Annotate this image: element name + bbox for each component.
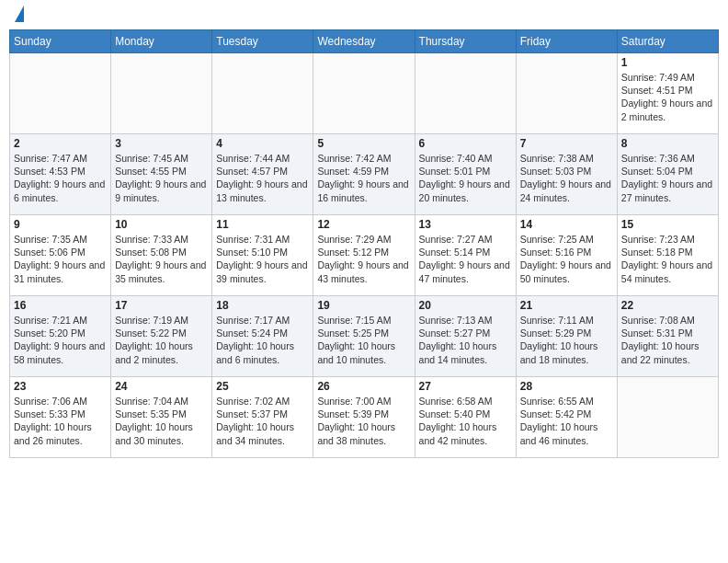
calendar-week-2: 2Sunrise: 7:47 AM Sunset: 4:53 PM Daylig… (10, 134, 719, 215)
calendar-cell: 18Sunrise: 7:17 AM Sunset: 5:24 PM Dayli… (212, 296, 313, 377)
day-detail-text: Sunrise: 7:49 AM Sunset: 4:51 PM Dayligh… (621, 72, 712, 122)
calendar-week-5: 23Sunrise: 7:06 AM Sunset: 5:33 PM Dayli… (10, 377, 719, 458)
day-number: 13 (419, 218, 512, 231)
logo-triangle-icon (15, 6, 24, 22)
calendar-cell: 15Sunrise: 7:23 AM Sunset: 5:18 PM Dayli… (617, 215, 718, 296)
col-header-friday: Friday (516, 30, 617, 53)
day-detail-text: Sunrise: 7:17 AM Sunset: 5:24 PM Dayligh… (216, 315, 294, 365)
calendar-cell: 25Sunrise: 7:02 AM Sunset: 5:37 PM Dayli… (212, 377, 313, 458)
calendar-cell (313, 53, 415, 134)
calendar-cell: 12Sunrise: 7:29 AM Sunset: 5:12 PM Dayli… (313, 215, 415, 296)
calendar-cell (10, 53, 111, 134)
day-number: 9 (14, 218, 107, 231)
day-number: 14 (520, 218, 613, 231)
page-header (9, 9, 719, 22)
col-header-saturday: Saturday (617, 30, 718, 53)
calendar-cell: 14Sunrise: 7:25 AM Sunset: 5:16 PM Dayli… (516, 215, 617, 296)
day-number: 22 (621, 299, 714, 312)
calendar-header-row: SundayMondayTuesdayWednesdayThursdayFrid… (10, 30, 719, 53)
day-detail-text: Sunrise: 7:35 AM Sunset: 5:06 PM Dayligh… (14, 234, 105, 284)
day-number: 8 (621, 137, 714, 150)
day-detail-text: Sunrise: 7:00 AM Sunset: 5:39 PM Dayligh… (317, 396, 395, 446)
calendar-table: SundayMondayTuesdayWednesdayThursdayFrid… (9, 29, 719, 458)
day-number: 26 (317, 380, 410, 393)
day-number: 6 (419, 137, 512, 150)
calendar-cell: 23Sunrise: 7:06 AM Sunset: 5:33 PM Dayli… (10, 377, 111, 458)
calendar-cell: 3Sunrise: 7:45 AM Sunset: 4:55 PM Daylig… (111, 134, 212, 215)
day-detail-text: Sunrise: 7:33 AM Sunset: 5:08 PM Dayligh… (115, 234, 206, 284)
day-detail-text: Sunrise: 7:04 AM Sunset: 5:35 PM Dayligh… (115, 396, 193, 446)
calendar-cell (617, 377, 718, 458)
day-number: 15 (621, 218, 714, 231)
calendar-cell (516, 53, 617, 134)
calendar-cell: 2Sunrise: 7:47 AM Sunset: 4:53 PM Daylig… (10, 134, 111, 215)
calendar-cell (212, 53, 313, 134)
calendar-cell (415, 53, 516, 134)
day-detail-text: Sunrise: 7:19 AM Sunset: 5:22 PM Dayligh… (115, 315, 193, 365)
day-number: 27 (419, 380, 512, 393)
calendar-cell: 22Sunrise: 7:08 AM Sunset: 5:31 PM Dayli… (617, 296, 718, 377)
calendar-cell: 16Sunrise: 7:21 AM Sunset: 5:20 PM Dayli… (10, 296, 111, 377)
calendar-cell: 9Sunrise: 7:35 AM Sunset: 5:06 PM Daylig… (10, 215, 111, 296)
day-detail-text: Sunrise: 7:47 AM Sunset: 4:53 PM Dayligh… (14, 153, 105, 203)
day-number: 1 (621, 56, 714, 69)
day-detail-text: Sunrise: 7:08 AM Sunset: 5:31 PM Dayligh… (621, 315, 700, 365)
day-detail-text: Sunrise: 7:15 AM Sunset: 5:25 PM Dayligh… (317, 315, 395, 365)
day-detail-text: Sunrise: 7:38 AM Sunset: 5:03 PM Dayligh… (520, 153, 611, 203)
day-detail-text: Sunrise: 7:06 AM Sunset: 5:33 PM Dayligh… (14, 396, 92, 446)
day-detail-text: Sunrise: 7:23 AM Sunset: 5:18 PM Dayligh… (621, 234, 712, 284)
day-number: 11 (216, 218, 309, 231)
day-number: 19 (317, 299, 410, 312)
day-detail-text: Sunrise: 6:58 AM Sunset: 5:40 PM Dayligh… (419, 396, 497, 446)
day-detail-text: Sunrise: 7:31 AM Sunset: 5:10 PM Dayligh… (216, 234, 307, 284)
day-number: 10 (115, 218, 208, 231)
calendar-cell: 10Sunrise: 7:33 AM Sunset: 5:08 PM Dayli… (111, 215, 212, 296)
calendar-cell: 8Sunrise: 7:36 AM Sunset: 5:04 PM Daylig… (617, 134, 718, 215)
day-number: 25 (216, 380, 309, 393)
calendar-cell: 17Sunrise: 7:19 AM Sunset: 5:22 PM Dayli… (111, 296, 212, 377)
day-detail-text: Sunrise: 6:55 AM Sunset: 5:42 PM Dayligh… (520, 396, 598, 446)
calendar-cell: 28Sunrise: 6:55 AM Sunset: 5:42 PM Dayli… (516, 377, 617, 458)
day-detail-text: Sunrise: 7:02 AM Sunset: 5:37 PM Dayligh… (216, 396, 294, 446)
day-number: 21 (520, 299, 613, 312)
calendar-cell: 19Sunrise: 7:15 AM Sunset: 5:25 PM Dayli… (313, 296, 415, 377)
logo (13, 9, 24, 22)
day-number: 7 (520, 137, 613, 150)
calendar-week-3: 9Sunrise: 7:35 AM Sunset: 5:06 PM Daylig… (10, 215, 719, 296)
day-detail-text: Sunrise: 7:36 AM Sunset: 5:04 PM Dayligh… (621, 153, 712, 203)
day-number: 4 (216, 137, 309, 150)
day-detail-text: Sunrise: 7:13 AM Sunset: 5:27 PM Dayligh… (419, 315, 497, 365)
day-detail-text: Sunrise: 7:21 AM Sunset: 5:20 PM Dayligh… (14, 315, 105, 365)
logo-text (13, 9, 24, 22)
calendar-cell: 27Sunrise: 6:58 AM Sunset: 5:40 PM Dayli… (415, 377, 516, 458)
day-number: 20 (419, 299, 512, 312)
day-detail-text: Sunrise: 7:45 AM Sunset: 4:55 PM Dayligh… (115, 153, 206, 203)
day-number: 3 (115, 137, 208, 150)
col-header-tuesday: Tuesday (212, 30, 313, 53)
day-detail-text: Sunrise: 7:27 AM Sunset: 5:14 PM Dayligh… (419, 234, 510, 284)
col-header-sunday: Sunday (10, 30, 111, 53)
calendar-cell: 21Sunrise: 7:11 AM Sunset: 5:29 PM Dayli… (516, 296, 617, 377)
col-header-wednesday: Wednesday (313, 30, 415, 53)
day-detail-text: Sunrise: 7:40 AM Sunset: 5:01 PM Dayligh… (419, 153, 510, 203)
day-detail-text: Sunrise: 7:25 AM Sunset: 5:16 PM Dayligh… (520, 234, 611, 284)
day-number: 5 (317, 137, 410, 150)
calendar-cell: 20Sunrise: 7:13 AM Sunset: 5:27 PM Dayli… (415, 296, 516, 377)
calendar-cell: 24Sunrise: 7:04 AM Sunset: 5:35 PM Dayli… (111, 377, 212, 458)
day-detail-text: Sunrise: 7:11 AM Sunset: 5:29 PM Dayligh… (520, 315, 598, 365)
day-number: 23 (14, 380, 107, 393)
day-number: 16 (14, 299, 107, 312)
day-number: 18 (216, 299, 309, 312)
calendar-cell: 26Sunrise: 7:00 AM Sunset: 5:39 PM Dayli… (313, 377, 415, 458)
day-number: 17 (115, 299, 208, 312)
day-detail-text: Sunrise: 7:42 AM Sunset: 4:59 PM Dayligh… (317, 153, 408, 203)
calendar-cell: 6Sunrise: 7:40 AM Sunset: 5:01 PM Daylig… (415, 134, 516, 215)
day-number: 28 (520, 380, 613, 393)
col-header-monday: Monday (111, 30, 212, 53)
day-detail-text: Sunrise: 7:44 AM Sunset: 4:57 PM Dayligh… (216, 153, 307, 203)
calendar-cell: 7Sunrise: 7:38 AM Sunset: 5:03 PM Daylig… (516, 134, 617, 215)
col-header-thursday: Thursday (415, 30, 516, 53)
calendar-week-4: 16Sunrise: 7:21 AM Sunset: 5:20 PM Dayli… (10, 296, 719, 377)
calendar-cell: 1Sunrise: 7:49 AM Sunset: 4:51 PM Daylig… (617, 53, 718, 134)
calendar-cell: 11Sunrise: 7:31 AM Sunset: 5:10 PM Dayli… (212, 215, 313, 296)
